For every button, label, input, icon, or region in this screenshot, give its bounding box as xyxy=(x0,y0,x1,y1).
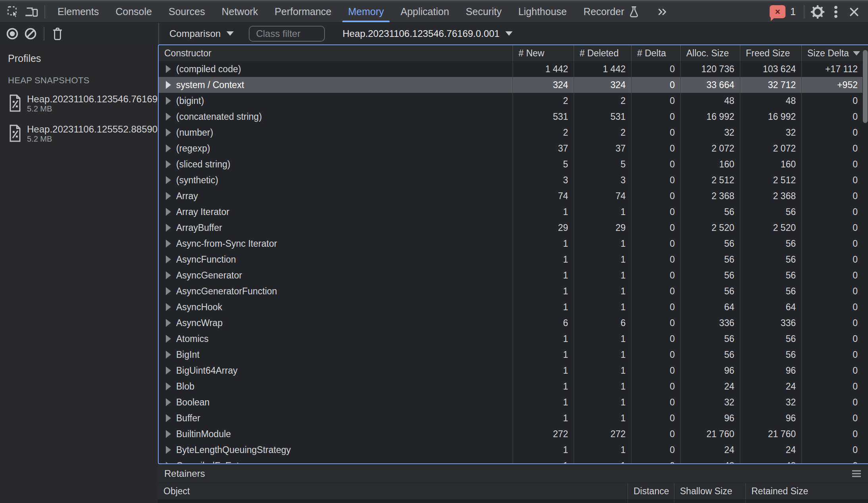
column-header-constructor[interactable]: Constructor xyxy=(159,45,513,61)
table-row[interactable]: ByteLengthQueuingStrategy11024240 xyxy=(159,442,862,458)
expand-arrow-icon[interactable] xyxy=(166,129,171,136)
deleted-cell: 1 xyxy=(574,378,632,394)
table-row[interactable]: system / Context324324033 66432 712+952 xyxy=(159,77,862,93)
table-row[interactable]: Buffer11096960 xyxy=(159,410,862,426)
clear-profiles-button[interactable] xyxy=(21,25,40,42)
table-row[interactable]: BigUint64Array11096960 xyxy=(159,363,862,378)
expand-arrow-icon[interactable] xyxy=(166,113,171,121)
size-delta-cell: 0 xyxy=(802,172,862,188)
tab-sources[interactable]: Sources xyxy=(160,1,213,22)
table-row[interactable]: Array747402 3682 3680 xyxy=(159,188,862,204)
heap-snapshot-item[interactable]: Heap.20231106.123546.761695.2 MB xyxy=(0,92,158,114)
table-row[interactable]: Boolean11032320 xyxy=(159,394,862,410)
class-filter-input[interactable]: Class filter xyxy=(249,26,325,42)
settings-button[interactable] xyxy=(808,3,827,21)
table-row[interactable]: Array Iterator11056560 xyxy=(159,204,862,220)
expand-arrow-icon[interactable] xyxy=(166,271,171,279)
toggle-device-toolbar-button[interactable] xyxy=(22,3,40,21)
expand-arrow-icon[interactable] xyxy=(166,351,171,359)
expand-arrow-icon[interactable] xyxy=(166,367,171,374)
expand-arrow-icon[interactable] xyxy=(166,462,171,463)
tab-elements[interactable]: Elements xyxy=(49,1,107,22)
table-row[interactable]: AsyncHook11064640 xyxy=(159,299,862,315)
expand-arrow-icon[interactable] xyxy=(166,240,171,248)
vertical-scrollbar[interactable] xyxy=(862,46,868,463)
expand-arrow-icon[interactable] xyxy=(166,414,171,422)
expand-arrow-icon[interactable] xyxy=(166,144,171,152)
scrollbar-thumb[interactable] xyxy=(863,50,868,123)
tab-network[interactable]: Network xyxy=(213,1,267,22)
tab-application[interactable]: Application xyxy=(392,1,457,22)
constructor-cell: Blob xyxy=(159,378,513,394)
customize-devtools-button[interactable] xyxy=(827,3,845,21)
column-header-object[interactable]: Object xyxy=(158,483,628,499)
expand-arrow-icon[interactable] xyxy=(166,176,171,184)
expand-arrow-icon[interactable] xyxy=(166,81,171,89)
expand-arrow-icon[interactable] xyxy=(166,255,171,263)
table-row[interactable]: CompiledFnEntry11048480 xyxy=(159,458,862,463)
delete-profile-button[interactable] xyxy=(48,25,67,42)
tab-memory[interactable]: Memory xyxy=(340,1,392,22)
table-row[interactable]: (concatenated string)531531016 99216 992… xyxy=(159,109,862,125)
table-row[interactable]: (bigint)22048480 xyxy=(159,93,862,109)
deleted-cell: 1 xyxy=(574,458,632,463)
table-row[interactable]: Blob11024240 xyxy=(159,378,862,394)
tab-recorder[interactable]: Recorder xyxy=(575,1,648,22)
column-header-alloc-size[interactable]: Alloc. Size xyxy=(681,45,740,61)
tab-performance[interactable]: Performance xyxy=(266,1,340,22)
expand-arrow-icon[interactable] xyxy=(166,192,171,200)
column-header-delta[interactable]: # Delta xyxy=(632,45,681,61)
expand-arrow-icon[interactable] xyxy=(166,208,171,216)
table-row[interactable]: AsyncWrap6603363360 xyxy=(159,315,862,331)
size-delta-cell: 0 xyxy=(802,156,862,172)
table-row[interactable]: BigInt11056560 xyxy=(159,347,862,363)
expand-arrow-icon[interactable] xyxy=(166,160,171,168)
tab-lighthouse[interactable]: Lighthouse xyxy=(510,1,575,22)
expand-arrow-icon[interactable] xyxy=(166,97,171,105)
table-row[interactable]: (synthetic)3302 5122 5120 xyxy=(159,172,862,188)
expand-arrow-icon[interactable] xyxy=(166,430,171,438)
constructor-name: BigUint64Array xyxy=(176,365,238,376)
expand-arrow-icon[interactable] xyxy=(166,398,171,406)
table-row[interactable]: ArrayBuffer292902 5202 5200 xyxy=(159,220,862,236)
new-cell: 74 xyxy=(513,188,574,204)
table-row[interactable]: Atomics11056560 xyxy=(159,331,862,347)
table-row[interactable]: BuiltinModule272272021 76021 7600 xyxy=(159,426,862,442)
close-devtools-button[interactable] xyxy=(845,3,863,21)
column-header-deleted[interactable]: # Deleted xyxy=(574,45,632,61)
inspect-element-button[interactable] xyxy=(4,3,22,21)
column-header-new[interactable]: # New xyxy=(513,45,574,61)
column-header-retained-size[interactable]: Retained Size xyxy=(746,483,868,499)
column-header-size-delta[interactable]: Size Delta xyxy=(802,45,868,61)
tab-security[interactable]: Security xyxy=(457,1,510,22)
tab-console[interactable]: Console xyxy=(107,1,160,22)
expand-arrow-icon[interactable] xyxy=(166,65,171,73)
table-row[interactable]: (compiled code)1 4421 4420120 736103 624… xyxy=(159,61,862,77)
column-header-distance[interactable]: Distance xyxy=(628,483,674,499)
baseline-snapshot-select[interactable]: Heap.20231106.123546.76169.0.001 xyxy=(342,28,513,39)
retainers-menu-button[interactable] xyxy=(851,469,862,478)
table-row[interactable]: AsyncGeneratorFunction11056560 xyxy=(159,283,862,299)
record-heap-snapshot-button[interactable] xyxy=(3,25,21,42)
expand-arrow-icon[interactable] xyxy=(166,319,171,327)
column-header-shallow-size[interactable]: Shallow Size xyxy=(674,483,746,499)
perspective-select[interactable]: Comparison xyxy=(169,28,234,39)
constructor-name: BigInt xyxy=(176,349,200,360)
table-row[interactable]: (number)22032320 xyxy=(159,125,862,140)
expand-arrow-icon[interactable] xyxy=(166,224,171,232)
table-row[interactable]: (sliced string)5501601600 xyxy=(159,156,862,172)
expand-arrow-icon[interactable] xyxy=(166,382,171,390)
console-errors-indicator[interactable]: × 1 xyxy=(770,5,796,18)
expand-arrow-icon[interactable] xyxy=(166,446,171,454)
heap-snapshot-item[interactable]: Heap.20231106.125552.885905.2 MB xyxy=(0,122,158,144)
table-row[interactable]: AsyncFunction11056560 xyxy=(159,251,862,267)
table-row[interactable]: AsyncGenerator11056560 xyxy=(159,267,862,283)
expand-arrow-icon[interactable] xyxy=(166,287,171,295)
expand-arrow-icon[interactable] xyxy=(166,303,171,311)
expand-arrow-icon[interactable] xyxy=(166,335,171,343)
table-row[interactable]: (regexp)373702 0722 0720 xyxy=(159,140,862,156)
table-row[interactable]: Async-from-Sync Iterator11056560 xyxy=(159,236,862,251)
more-tabs-button[interactable] xyxy=(648,1,677,22)
column-header-freed-size[interactable]: Freed Size xyxy=(740,45,802,61)
freed-cell: 96 xyxy=(740,363,802,378)
